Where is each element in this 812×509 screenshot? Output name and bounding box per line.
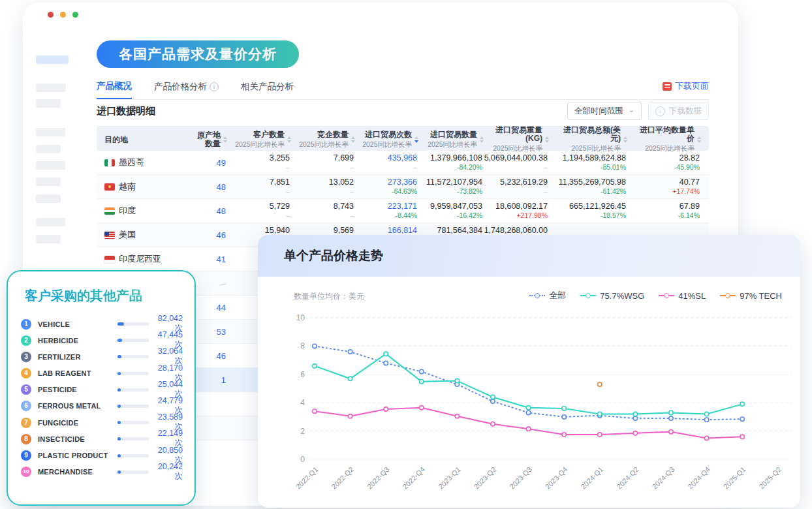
product-name: PLASTIC PRODUCT — [38, 452, 117, 459]
price-trend-chart[interactable]: 02468102022-Q12022-Q22022-Q32022-Q42023-… — [258, 300, 800, 502]
legend-marker-icon — [529, 292, 545, 299]
sort-icon[interactable] — [545, 136, 549, 143]
chart-series-1-point — [740, 402, 744, 406]
product-bar-fill — [117, 437, 121, 440]
time-range-select[interactable]: 全部时间范围 ⌄ — [567, 102, 642, 120]
metric-cell: 7,699– — [298, 151, 362, 174]
product-rank-item[interactable]: 1VEHICLE82,042 次 — [8, 314, 195, 330]
metric-value-link[interactable]: 223,171 — [388, 202, 417, 211]
sort-icon[interactable] — [414, 136, 418, 143]
origin-count-link[interactable]: 41 — [217, 254, 226, 264]
metric-value-link[interactable]: 166,814 — [388, 226, 417, 236]
column-header[interactable]: 原产地数量 — [170, 126, 234, 153]
section-title: 进口数据明细 — [97, 105, 155, 117]
metric-value: 11,572,107,954 — [426, 177, 482, 187]
origin-count-link[interactable]: 44 — [217, 303, 226, 313]
product-rank-item[interactable]: 5PESTICIDE25,044 次 — [8, 380, 195, 396]
legend-item[interactable]: 97% TECH — [720, 291, 782, 301]
sort-icon[interactable] — [223, 136, 227, 143]
download-page-icon — [663, 82, 672, 91]
product-name: FERTILIZER — [38, 353, 117, 361]
growth-rate: +17.74% — [672, 187, 700, 196]
origin-count-link[interactable]: 48 — [217, 182, 226, 192]
table-row[interactable]: 印度485,729–8,743–223,171-8.44%9,959,847,0… — [97, 199, 709, 223]
growth-rate: – — [286, 163, 290, 172]
product-rank-item[interactable]: 4LAB REAGENT28,170 次 — [8, 363, 195, 380]
product-rank-item[interactable]: 8INSECTICIDE22,149 次 — [8, 429, 195, 445]
column-header[interactable]: 进口贸易数量2025同比增长率 — [425, 126, 490, 153]
growth-rate: -73.82% — [457, 187, 482, 196]
legend-marker-icon — [720, 292, 736, 299]
metric-value: 1,194,589,624.88 — [563, 153, 626, 163]
metric-value: 7,699 — [334, 153, 354, 163]
growth-rate: – — [286, 187, 290, 196]
other-products-title: 客户采购的其他产品 — [25, 287, 195, 305]
column-header[interactable]: 竞企数量2025同比增长率 — [298, 126, 362, 153]
sort-icon[interactable] — [697, 136, 701, 143]
metric-value-link[interactable]: 435,968 — [388, 153, 417, 163]
sort-icon[interactable] — [623, 136, 627, 143]
sort-icon[interactable] — [351, 136, 355, 143]
product-bar-fill — [117, 405, 121, 408]
sort-icon[interactable] — [287, 136, 291, 143]
x-tick-label: 2023-Q3 — [508, 465, 533, 491]
legend-item[interactable]: 75.7%WSG — [580, 291, 644, 301]
chart-series-0-point — [348, 350, 352, 354]
metric-value: 1,748,268,060.00 — [484, 226, 548, 236]
chart-series-1-line — [315, 354, 742, 414]
product-rank-item[interactable]: 10MERCHANDISE20,242 次 — [8, 462, 195, 478]
minimize-dot-icon[interactable] — [60, 12, 66, 18]
product-count-link[interactable]: 20,242 次 — [154, 462, 183, 482]
metric-cell: 1,379,966,108-84.20% — [425, 151, 490, 174]
column-sub-label: 2025同比增长率 — [428, 140, 477, 149]
sort-asc-icon — [414, 136, 418, 139]
legend-item[interactable]: 41%SL — [659, 291, 706, 301]
download-data-button[interactable]: ↓ 下载数据 — [648, 102, 709, 120]
table-header-row: 目的地原产地数量客户数量2025同比增长率竞企数量2025同比增长率进口贸易次数… — [97, 126, 709, 151]
column-header[interactable]: 进口贸易重量(KG)2025同比增长率 — [490, 126, 555, 153]
product-rank-item[interactable]: 6FERROUS METAL24,779 次 — [8, 396, 195, 412]
column-header[interactable]: 进口贸易次数2025同比增长率 — [362, 126, 425, 153]
origin-count-link[interactable]: 49 — [217, 158, 226, 168]
column-header[interactable]: 客户数量2025同比增长率 — [234, 126, 298, 153]
rank-badge: 3 — [21, 352, 31, 362]
skeleton-bar — [36, 128, 65, 136]
table-row[interactable]: 墨西哥493,255–7,699–435,968–1,379,966,108-8… — [97, 151, 709, 175]
download-page-link[interactable]: 下载页面 — [663, 80, 709, 92]
chart-series-1-point — [633, 412, 637, 416]
metric-value-link[interactable]: 273,366 — [388, 177, 417, 187]
origin-count-link[interactable]: 53 — [217, 327, 226, 337]
origin-count-link[interactable]: 46 — [217, 230, 226, 240]
column-sub-label: 2025同比增长率 — [299, 140, 349, 149]
product-rank-item[interactable]: 3FERTILIZER32,064 次 — [8, 347, 195, 363]
origin-count-link[interactable]: 48 — [217, 206, 226, 216]
tab-price-analysis[interactable]: 产品价格分析i — [154, 80, 219, 99]
product-rank-item[interactable]: 2HERBICIDE47,445 次 — [8, 330, 195, 347]
origin-count-link[interactable]: 1 — [221, 375, 226, 385]
origin-count-cell: 48 — [170, 175, 234, 198]
sort-icon[interactable] — [480, 136, 484, 143]
tab-label: 产品概况 — [97, 80, 132, 92]
table-row[interactable]: 越南487,851–13,052–273,366-64.63%11,572,10… — [97, 175, 709, 199]
chart-series-2-point — [420, 406, 424, 410]
tab-bar: 产品概况产品价格分析i相关产品分析 下载页面 — [97, 80, 709, 100]
column-label: 客户数量 — [235, 131, 285, 139]
origin-count-link[interactable]: 46 — [217, 351, 226, 361]
column-header-text: 客户数量2025同比增长率 — [235, 131, 285, 149]
tab-related-products[interactable]: 相关产品分析 — [241, 80, 294, 99]
column-header-text: 进口贸易重量(KG)2025同比增长率 — [490, 126, 542, 153]
product-rank-item[interactable]: 7FUNGICIDE23,589 次 — [8, 412, 195, 429]
flag-id-icon — [104, 256, 115, 263]
tab-product-overview[interactable]: 产品概况 — [97, 80, 132, 99]
column-header[interactable]: 进口贸易总额(美元)2025同比增长率 — [555, 126, 634, 153]
close-dot-icon[interactable] — [48, 12, 54, 18]
product-rank-item[interactable]: 9PLASTIC PRODUCT20,850 次 — [8, 446, 195, 462]
chart-series-2-point — [598, 433, 602, 437]
metric-cell: 28.82-45.90% — [634, 151, 708, 174]
product-bar-fill — [117, 339, 122, 342]
maximize-dot-icon[interactable] — [72, 12, 78, 18]
country-name: 越南 — [119, 181, 136, 193]
product-name: PESTICIDE — [38, 386, 117, 393]
column-header[interactable]: 进口平均数量单价2025同比增长率 — [634, 126, 708, 153]
other-products-list: 1VEHICLE82,042 次2HERBICIDE47,445 次3FERTI… — [8, 314, 195, 478]
